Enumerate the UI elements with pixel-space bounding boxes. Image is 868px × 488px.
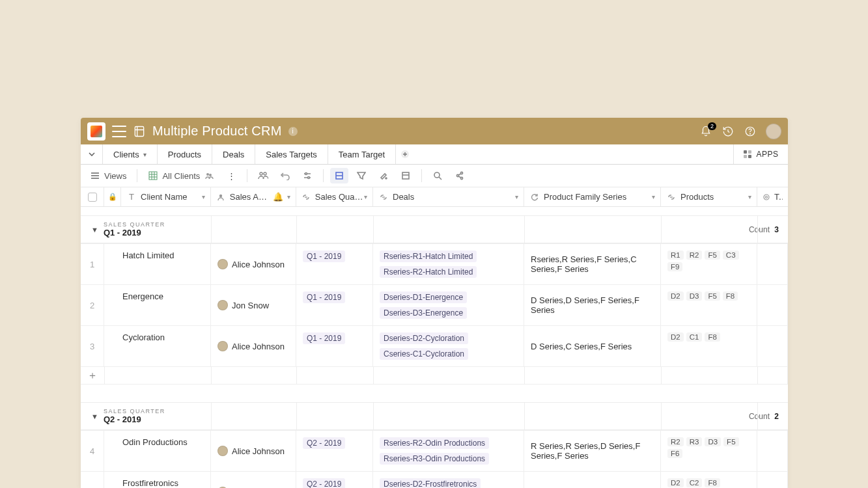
svg-point-11: [260, 172, 262, 175]
cell-sales-quarter[interactable]: Q1 - 2019: [296, 285, 373, 325]
chevron-down-icon[interactable]: ▾: [287, 193, 290, 200]
group-header[interactable]: ▼ SALES QUARTER Q1 - 2019 Count 3: [81, 215, 788, 243]
cell-client-name[interactable]: Frostfiretronics: [104, 472, 211, 488]
cell-product-family-series[interactable]: D Series,C Series,F Series: [524, 326, 661, 366]
col-sales-quarter[interactable]: Sales Quart… ▾: [296, 187, 373, 206]
notifications-icon[interactable]: 2: [699, 125, 712, 138]
col-total[interactable]: Tota: [757, 187, 788, 206]
table-row[interactable]: 2 Energence Jon Snow Q1 - 2019 Dseries-D…: [81, 284, 788, 325]
cell-deals[interactable]: Dseries-D2-Cycloration Cseries-C1-Cyclor…: [373, 326, 524, 366]
select-all-checkbox[interactable]: [81, 187, 104, 206]
cell-product-family-series[interactable]: R Series,R Series,D Series,F Series,F Se…: [524, 431, 661, 471]
tab-clients[interactable]: Clients ▾: [103, 144, 158, 164]
user-avatar[interactable]: [766, 124, 781, 139]
col-client-name[interactable]: T Client Name ▾: [121, 187, 211, 206]
cell-sales-agent[interactable]: Alice Johnson: [211, 326, 296, 366]
cell-products[interactable]: R1 R2 F5 C3 F9: [661, 244, 757, 284]
cell-sales-quarter[interactable]: Q2 - 2019: [296, 472, 373, 488]
chevron-down-icon[interactable]: ▾: [515, 193, 518, 200]
deal-pill: Dseries-D2-Frostfiretronics: [380, 478, 481, 488]
filter-button[interactable]: [352, 168, 371, 183]
view-toolbar: Views All Clients ⋮: [81, 165, 788, 187]
cell-sales-agent[interactable]: Alice Johnson: [211, 431, 296, 471]
tab-sales-targets[interactable]: Sales Targets: [255, 144, 328, 164]
product-tag: F5: [705, 251, 720, 260]
table-row[interactable]: 5 Frostfiretronics Arya Stark Q2 - 2019 …: [81, 471, 788, 488]
views-button[interactable]: Views: [86, 168, 130, 183]
cell-products[interactable]: D2 D3 F5 F8: [661, 285, 757, 325]
cell-client-name[interactable]: Hatch Limited: [104, 244, 211, 284]
cell-sales-quarter[interactable]: Q1 - 2019: [296, 326, 373, 366]
settings-button[interactable]: [298, 168, 316, 183]
tab-team-target[interactable]: Team Target: [328, 144, 396, 164]
chevron-down-icon[interactable]: ▾: [364, 193, 367, 200]
cell-total[interactable]: [757, 244, 788, 284]
plus-icon[interactable]: ＋: [81, 369, 104, 383]
cell-sales-quarter[interactable]: Q1 - 2019: [296, 244, 373, 284]
cards-button[interactable]: [397, 168, 415, 183]
view-menu-button[interactable]: ⋮: [222, 168, 240, 183]
add-row[interactable]: ＋: [81, 366, 788, 385]
col-sales-agent[interactable]: Sales Agent 🔔 ▾: [211, 187, 296, 206]
column-header-row: 🔒 T Client Name ▾ Sales Agent 🔔 ▾ Sales …: [81, 187, 788, 207]
table-row[interactable]: 1 Hatch Limited Alice Johnson Q1 - 2019 …: [81, 243, 788, 284]
help-icon[interactable]: [744, 125, 757, 138]
cell-client-name[interactable]: Odin Productions: [104, 431, 211, 471]
cell-deals[interactable]: Dseries-D2-Frostfiretronics Cseries-C2-F…: [373, 472, 524, 488]
product-tag: F8: [705, 478, 720, 487]
cell-deals[interactable]: Dseries-D1-Energence Dseries-D3-Energenc…: [373, 285, 524, 325]
current-view-button[interactable]: All Clients: [144, 168, 218, 183]
col-deals[interactable]: Deals ▾: [373, 187, 524, 206]
add-tab-button[interactable]: [396, 144, 414, 164]
undo-button[interactable]: [276, 168, 294, 183]
cell-total[interactable]: [757, 472, 788, 488]
col-product-family-series[interactable]: Product Family Series ▾: [524, 187, 661, 206]
cell-sales-agent[interactable]: Alice Johnson: [211, 244, 296, 284]
tabs-expand-icon[interactable]: [81, 144, 103, 164]
cell-sales-agent[interactable]: Arya Stark: [211, 472, 296, 488]
share-icon: [455, 170, 465, 181]
history-icon[interactable]: [721, 125, 735, 138]
color-button[interactable]: [374, 168, 393, 183]
info-icon[interactable]: i: [288, 127, 298, 136]
cell-sales-quarter[interactable]: Q2 - 2019: [296, 431, 373, 471]
cell-deals[interactable]: Rseries-R1-Hatch Limited Rseries-R2-Hatc…: [373, 244, 524, 284]
cell-products[interactable]: D2 C2 F8: [661, 472, 757, 488]
collapse-icon[interactable]: ▼: [91, 413, 98, 420]
product-tag: C2: [686, 478, 703, 487]
share-button[interactable]: [451, 168, 469, 183]
cell-client-name[interactable]: Energence: [104, 285, 211, 325]
cell-sales-agent[interactable]: Jon Snow: [211, 285, 296, 325]
tab-deals[interactable]: Deals: [212, 144, 255, 164]
apps-button[interactable]: APPS: [733, 144, 788, 164]
undo-icon: [280, 170, 290, 181]
collaborators-button[interactable]: [254, 168, 272, 183]
search-button[interactable]: [428, 168, 447, 183]
chevron-down-icon[interactable]: ▾: [202, 193, 205, 200]
cell-total[interactable]: [757, 326, 788, 366]
table-row[interactable]: 4 Odin Productions Alice Johnson Q2 - 20…: [81, 430, 788, 471]
workbook-icon: [133, 125, 146, 138]
chevron-down-icon[interactable]: ▾: [652, 193, 655, 200]
grid-icon: [148, 170, 158, 181]
cell-product-family-series[interactable]: D Series,C Series,F Series: [524, 472, 661, 488]
col-products[interactable]: Products ▾: [661, 187, 757, 206]
cell-products[interactable]: D2 C1 F8: [661, 326, 757, 366]
row-height-button[interactable]: [330, 168, 348, 183]
tab-products[interactable]: Products: [158, 144, 212, 164]
quarter-pill: Q1 - 2019: [303, 332, 345, 344]
chevron-down-icon[interactable]: ▾: [748, 193, 751, 200]
cell-products[interactable]: R2 R3 D3 F5 F6: [661, 431, 757, 471]
cell-product-family-series[interactable]: D Series,D Series,F Series,F Series: [524, 285, 661, 325]
cell-total[interactable]: [757, 431, 788, 471]
avatar-icon: [217, 446, 228, 456]
cell-deals[interactable]: Rseries-R2-Odin Productions Rseries-R3-O…: [373, 431, 524, 471]
brand-logo[interactable]: [87, 122, 105, 141]
table-row[interactable]: 3 Cycloration Alice Johnson Q1 - 2019 Ds…: [81, 325, 788, 366]
hamburger-icon[interactable]: [112, 126, 126, 137]
cell-product-family-series[interactable]: Rseries,R Series,F Series,C Series,F Ser…: [524, 244, 661, 284]
collapse-icon[interactable]: ▼: [91, 226, 98, 234]
cell-total[interactable]: [757, 285, 788, 325]
cell-client-name[interactable]: Cycloration: [104, 326, 211, 366]
group-header[interactable]: ▼ SALES QUARTER Q2 - 2019 Count 2: [81, 402, 788, 430]
